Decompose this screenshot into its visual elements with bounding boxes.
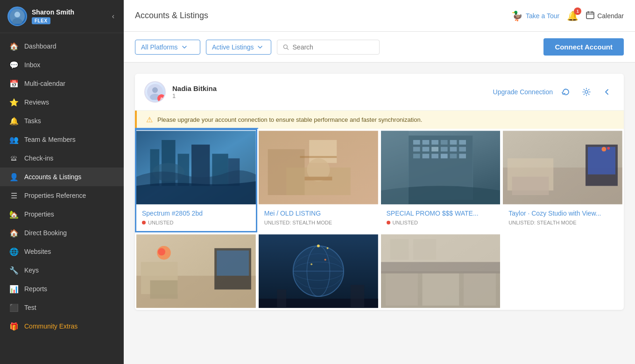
- chevron-down-icon: [257, 44, 263, 50]
- platforms-dropdown[interactable]: All Platforms: [135, 40, 200, 55]
- sidebar-nav: 🏠 Dashboard 💬 Inbox 📅 Multi-calendar ⭐ R…: [0, 33, 124, 364]
- account-actions: Upgrade Connection: [493, 84, 614, 99]
- svg-rect-38: [422, 147, 429, 152]
- sidebar-item-properties-ref[interactable]: ☰ Properties Reference: [0, 186, 124, 205]
- tasks-icon: 🔔: [9, 116, 19, 126]
- sidebar-item-label: Direct Booking: [24, 229, 67, 237]
- svg-point-75: [324, 259, 326, 260]
- warning-banner: ⚠ Please upgrade your account connection…: [135, 111, 624, 129]
- main-content: Accounts & Listings 🦆 Take a Tour 🔔 1 Ca…: [124, 0, 635, 364]
- sidebar-item-inbox[interactable]: 💬 Inbox: [0, 56, 124, 74]
- sidebar-item-websites[interactable]: 🌐 Websites: [0, 242, 124, 261]
- sidebar-item-reports[interactable]: 📊 Reports: [0, 280, 124, 298]
- svg-point-65: [158, 248, 165, 256]
- sidebar-item-label: Websites: [24, 248, 51, 255]
- svg-rect-42: [459, 147, 466, 152]
- account-name: Nadia Bitkina: [172, 84, 487, 92]
- account-listing-count: 1: [172, 92, 487, 99]
- svg-rect-46: [440, 154, 447, 158]
- sidebar-item-keys[interactable]: 🔧 Keys: [0, 261, 124, 280]
- sidebar-item-dashboard[interactable]: 🏠 Dashboard: [0, 37, 124, 56]
- svg-point-12: [585, 91, 588, 93]
- sidebar-item-multi-calendar[interactable]: 📅 Multi-calendar: [0, 74, 124, 93]
- listing-card[interactable]: [257, 232, 380, 310]
- sidebar-item-properties[interactable]: 🏡 Properties: [0, 205, 124, 224]
- account-avatar: a: [144, 81, 166, 103]
- sidebar-item-reviews[interactable]: ⭐ Reviews: [0, 93, 124, 112]
- listing-status-label: Active Listings: [212, 43, 254, 51]
- svg-rect-34: [440, 140, 447, 145]
- listing-card[interactable]: Spectrum #2805 2bd UNLISTED: [135, 129, 257, 232]
- user-plan-badge: FLEX: [32, 17, 50, 24]
- sidebar-collapse-button[interactable]: ‹: [110, 10, 116, 22]
- listing-card[interactable]: Taylor · Cozy Studio with View... UNLIST…: [501, 129, 624, 232]
- sidebar-item-label: Multi-calendar: [24, 80, 65, 87]
- sidebar-item-community[interactable]: 🎁 Community Extras: [0, 317, 124, 336]
- settings-button[interactable]: [579, 84, 594, 99]
- team-icon: 👥: [9, 135, 19, 144]
- tour-icon: 🦆: [511, 10, 523, 21]
- listing-name: Mei / OLD LISTING: [264, 210, 373, 217]
- calendar-button[interactable]: Calendar: [586, 11, 624, 21]
- sidebar-item-checkins[interactable]: 🛎 Check-ins: [0, 149, 124, 168]
- listing-name: Taylor · Cozy Studio with View...: [508, 210, 617, 217]
- sidebar-item-label: Properties: [24, 210, 54, 218]
- take-tour-button[interactable]: 🦆 Take a Tour: [511, 10, 559, 21]
- svg-rect-37: [413, 147, 420, 152]
- chevron-down-icon: [182, 44, 187, 50]
- sidebar-item-label: Reviews: [24, 98, 49, 106]
- sidebar-item-team[interactable]: 👥 Team & Members: [0, 130, 124, 149]
- sidebar-item-tasks[interactable]: 🔔 Tasks: [0, 112, 124, 130]
- upgrade-connection-button[interactable]: Upgrade Connection: [493, 88, 553, 96]
- search-input[interactable]: [293, 43, 374, 51]
- community-icon: 🎁: [9, 322, 19, 331]
- svg-rect-85: [464, 273, 496, 306]
- avatar: [7, 7, 27, 26]
- svg-rect-82: [381, 262, 501, 273]
- warning-icon: ⚠: [146, 115, 153, 124]
- svg-rect-53: [588, 147, 615, 175]
- svg-point-10: [152, 87, 158, 93]
- svg-point-57: [607, 147, 610, 150]
- svg-rect-84: [422, 273, 459, 306]
- multi-calendar-icon: 📅: [9, 79, 19, 88]
- listing-card[interactable]: [135, 232, 257, 310]
- sidebar-item-label: Dashboard: [24, 42, 56, 50]
- sidebar-item-label: Tasks: [24, 117, 41, 125]
- sidebar-item-label: Team & Members: [24, 136, 76, 143]
- svg-rect-39: [431, 147, 438, 152]
- svg-rect-3: [586, 12, 594, 19]
- sidebar-item-test[interactable]: ⬛ Test: [0, 298, 124, 317]
- svg-point-56: [602, 147, 607, 152]
- listing-status: UNLISTED: STEALTH MODE: [508, 220, 617, 225]
- collapse-account-button[interactable]: [600, 84, 614, 99]
- connect-account-button[interactable]: Connect Account: [543, 38, 624, 56]
- listing-status: UNLISTED: [142, 220, 250, 225]
- sidebar-item-accounts[interactable]: 👤 Accounts & Listings: [0, 168, 124, 186]
- listing-card[interactable]: [380, 232, 502, 310]
- sidebar-user: Sharon Smith FLEX: [7, 7, 74, 26]
- notifications-button[interactable]: 🔔 1: [567, 10, 579, 21]
- sidebar-item-direct-booking[interactable]: 🏠 Direct Booking: [0, 224, 124, 242]
- properties-ref-icon: ☰: [9, 191, 19, 200]
- reviews-icon: ⭐: [9, 98, 19, 107]
- listing-status-dropdown[interactable]: Active Listings: [206, 40, 271, 55]
- listing-image: [136, 130, 256, 205]
- refresh-button[interactable]: [558, 84, 573, 99]
- listing-card[interactable]: Mei / OLD LISTING UNLISTED: STEALTH MODE: [257, 129, 380, 232]
- svg-rect-31: [413, 140, 420, 145]
- svg-rect-63: [217, 251, 249, 276]
- listing-card[interactable]: SPECIAL PROMO $$$ WATE... UNLISTED: [380, 129, 502, 232]
- svg-rect-40: [440, 147, 447, 152]
- listing-name: Spectrum #2805 2bd: [142, 210, 250, 217]
- keys-icon: 🔧: [9, 266, 19, 275]
- sidebar-item-label: Test: [24, 304, 36, 311]
- svg-point-76: [310, 263, 312, 265]
- page-title: Accounts & Listings: [135, 11, 208, 21]
- sidebar-username: Sharon Smith: [32, 8, 74, 16]
- search-box[interactable]: [277, 40, 380, 55]
- test-icon: ⬛: [9, 303, 19, 312]
- status-label: UNLISTED: [393, 220, 418, 225]
- sidebar-item-label: Reports: [24, 285, 47, 293]
- listing-info: Taylor · Cozy Studio with View... UNLIST…: [503, 205, 622, 231]
